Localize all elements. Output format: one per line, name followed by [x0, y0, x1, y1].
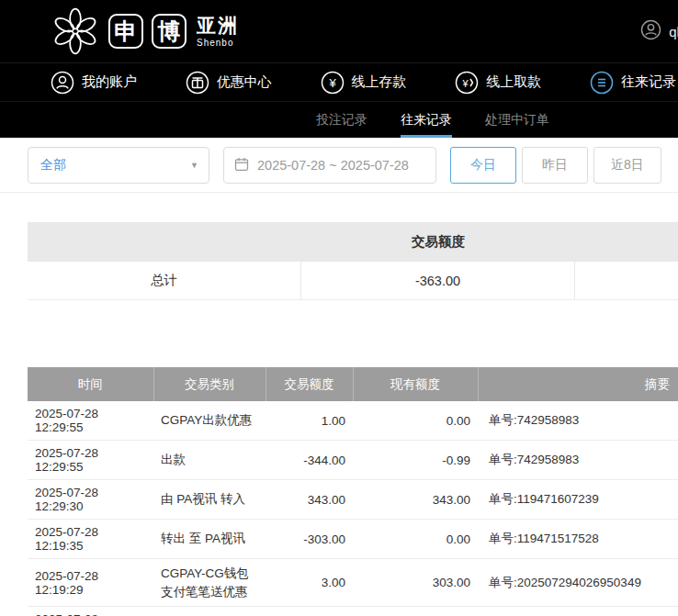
- last-8-days-button[interactable]: 近8日: [593, 147, 661, 184]
- col-header-summary: 摘要: [478, 367, 678, 401]
- cell-balance: 0.00: [353, 520, 478, 559]
- table-row: 2025-07-28 12:19:29 CGPAY支付 300.00 300.0…: [28, 607, 678, 616]
- table-row: 2025-07-28 12:29:55 出款 -344.00 -0.99 单号:…: [28, 441, 678, 480]
- cell-time: 2025-07-28 12:19:29: [28, 559, 153, 607]
- nav-item-my-account[interactable]: 我的账户: [51, 71, 137, 95]
- cell-summary: 单号:119471517528: [478, 520, 678, 559]
- cell-time: 2025-07-28 12:29:55: [28, 401, 153, 441]
- cell-amount: 1.00: [266, 401, 353, 441]
- logo-char-2: 博: [152, 14, 186, 49]
- summary-total-value: -363.00: [301, 262, 575, 299]
- quick-date-buttons: 今日 昨日 近8日: [450, 147, 661, 184]
- cell-time: 2025-07-28 12:29:30: [28, 480, 153, 520]
- nav-label: 线上取款: [486, 73, 541, 91]
- nav-label: 优惠中心: [217, 73, 272, 91]
- summary-header-empty-2: [575, 222, 678, 262]
- nav-label: 往来记录: [621, 73, 676, 91]
- calendar-icon: [234, 157, 249, 174]
- summary-total-row: 总计 -363.00: [28, 262, 678, 300]
- cell-type: CGPAY出款优惠: [153, 401, 266, 441]
- table-row: 2025-07-28 12:19:29 CGPAY-CG钱包支付笔笔送优惠 3.…: [28, 559, 678, 607]
- avatar-icon: [640, 19, 661, 43]
- cell-time: 2025-07-28 12:29:55: [28, 441, 153, 480]
- page: 申 博 亚洲 Shenbo qhhw: [0, 0, 678, 616]
- tab-betting-records[interactable]: 投注记录: [316, 102, 367, 138]
- user-account[interactable]: qhhw: [640, 0, 678, 62]
- summary-header-amount: 交易额度: [301, 222, 575, 262]
- table-row: 2025-07-28 12:29:30 由 PA视讯 转入 343.00 343…: [28, 480, 678, 520]
- logo-region-text: 亚洲: [197, 16, 239, 35]
- col-header-amount: 交易额度: [266, 367, 353, 401]
- category-select[interactable]: 全部 ▼: [28, 147, 209, 184]
- col-header-balance: 现有额度: [353, 367, 478, 401]
- withdraw-coin-icon: ¥: [455, 71, 479, 95]
- cell-type: 由 PA视讯 转入: [153, 480, 266, 520]
- cell-summary: 单号:119471607239: [478, 480, 678, 520]
- logo-char-1: 申: [108, 14, 143, 49]
- col-header-time: 时间: [28, 367, 153, 401]
- cell-balance: 0.00: [353, 401, 478, 441]
- top-header: 申 博 亚洲 Shenbo qhhw: [0, 0, 678, 62]
- date-range-value: 2025-07-28 ~ 2025-07-28: [257, 158, 409, 173]
- nav-item-promotions[interactable]: 优惠中心: [186, 71, 272, 95]
- summary-table: 交易额度 总计 -363.00: [28, 222, 678, 300]
- table-header-row: 时间 交易类别 交易额度 现有额度 摘要: [28, 367, 678, 401]
- tab-transaction-records[interactable]: 往来记录: [401, 102, 452, 138]
- category-select-value: 全部: [40, 157, 66, 174]
- cell-balance: 343.00: [353, 480, 478, 520]
- cell-summary: 单号:202507294026950349: [478, 559, 678, 607]
- username-text: qhhw: [669, 24, 678, 39]
- svg-text:¥: ¥: [328, 76, 336, 90]
- cell-balance: 300.00: [353, 607, 478, 616]
- cell-balance: -0.99: [353, 441, 478, 480]
- table-row: 2025-07-28 12:29:55 CGPAY出款优惠 1.00 0.00 …: [28, 401, 678, 441]
- cell-time: 2025-07-28 12:19:35: [28, 520, 153, 559]
- cell-summary: 单号:742958983: [478, 401, 678, 441]
- date-range-picker[interactable]: 2025-07-28 ~ 2025-07-28: [223, 147, 436, 184]
- deposit-coin-icon: ¥: [321, 71, 345, 95]
- table-row: 2025-07-28 12:19:35 转出 至 PA视讯 -303.00 0.…: [28, 520, 678, 559]
- chevron-down-icon: ▼: [190, 161, 198, 170]
- cell-amount: 343.00: [266, 480, 353, 520]
- summary-empty-cell: [575, 262, 678, 299]
- nav-label: 我的账户: [82, 73, 137, 91]
- nav-label: 线上存款: [352, 73, 407, 91]
- col-header-type: 交易类别: [153, 367, 266, 401]
- yesterday-button[interactable]: 昨日: [522, 147, 588, 184]
- cell-amount: 3.00: [266, 559, 353, 607]
- cell-type: 转出 至 PA视讯: [153, 520, 266, 559]
- logo-region-block: 亚洲 Shenbo: [197, 16, 239, 48]
- flower-icon: [51, 6, 100, 56]
- cell-summary: 单号:202507294026950349: [478, 607, 678, 616]
- cell-time: 2025-07-28 12:19:29: [28, 607, 153, 616]
- summary-header-empty: [28, 222, 301, 262]
- cell-summary: 单号:742958983: [478, 441, 678, 480]
- cell-amount: 300.00: [266, 607, 353, 616]
- transactions-section: 时间 交易类别 交易额度 现有额度 摘要 2025-07-28 12:29:55…: [28, 367, 678, 616]
- records-subnav: 投注记录 往来记录 处理中订单: [0, 101, 678, 138]
- summary-header-row: 交易额度: [28, 222, 678, 262]
- cell-amount: -344.00: [266, 441, 353, 480]
- cell-type: 出款: [153, 441, 266, 480]
- site-logo[interactable]: 申 博 亚洲 Shenbo: [51, 6, 239, 56]
- filter-bar: 全部 ▼ 2025-07-28 ~ 2025-07-28 今日 昨日 近8日: [0, 138, 678, 193]
- cell-amount: -303.00: [266, 520, 353, 559]
- nav-item-records[interactable]: 往来记录: [590, 71, 676, 95]
- nav-item-deposit[interactable]: ¥ 线上存款: [321, 71, 407, 95]
- svg-text:¥: ¥: [462, 77, 469, 88]
- records-icon: [590, 71, 614, 95]
- gift-icon: [186, 71, 209, 95]
- transactions-table: 时间 交易类别 交易额度 现有额度 摘要 2025-07-28 12:29:55…: [28, 367, 678, 616]
- cell-type: CGPAY支付: [153, 607, 266, 616]
- logo-en-text: Shenbo: [197, 39, 239, 48]
- main-nav: 我的账户 优惠中心 ¥ 线上存款: [0, 62, 678, 101]
- cell-balance: 303.00: [353, 559, 478, 607]
- cell-type: CGPAY-CG钱包支付笔笔送优惠: [153, 559, 266, 607]
- nav-item-withdraw[interactable]: ¥ 线上取款: [455, 71, 541, 95]
- person-icon: [51, 71, 74, 95]
- summary-total-label: 总计: [28, 262, 301, 299]
- today-button[interactable]: 今日: [450, 147, 516, 184]
- tab-processing-orders[interactable]: 处理中订单: [485, 102, 549, 138]
